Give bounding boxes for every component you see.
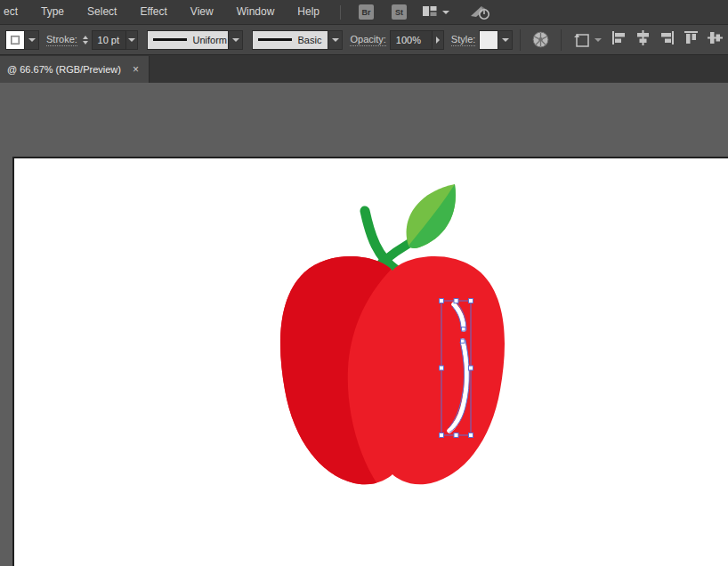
recolor-artwork-button[interactable] bbox=[528, 28, 554, 52]
document-tab-bar: @ 66.67% (RGB/Preview) × bbox=[0, 55, 728, 83]
brush-stroke-preview bbox=[258, 38, 292, 41]
vertical-align-center-icon bbox=[708, 30, 723, 45]
color-wheel-icon bbox=[532, 31, 549, 48]
artboard-icon bbox=[573, 31, 593, 49]
close-tab-icon[interactable]: × bbox=[130, 64, 142, 75]
graphic-style-control[interactable] bbox=[479, 30, 513, 50]
brush-definition-control[interactable]: Basic bbox=[252, 30, 343, 50]
control-bar: Stroke: 10 pt Uniform Basic Opacity: 100… bbox=[0, 25, 728, 55]
stock-button[interactable]: St bbox=[392, 4, 407, 20]
controlbar-separator bbox=[520, 29, 521, 51]
handle-mid-right[interactable] bbox=[469, 366, 473, 370]
menubar-separator bbox=[340, 5, 341, 20]
width-profile-dropdown-button[interactable] bbox=[229, 30, 243, 50]
stroke-profile-preview bbox=[153, 38, 187, 41]
menu-type[interactable]: Type bbox=[29, 0, 76, 24]
chevron-down-icon bbox=[442, 11, 449, 14]
stroke-weight-input[interactable]: 10 pt bbox=[92, 30, 127, 50]
stroke-color-dropdown-button[interactable] bbox=[25, 30, 39, 50]
menu-bar: ect Type Select Effect View Window Help … bbox=[0, 0, 728, 25]
chevron-down-icon bbox=[595, 38, 602, 42]
vertical-align-top-icon bbox=[684, 30, 699, 45]
controlbar-separator bbox=[561, 29, 562, 51]
horizontal-align-left-icon bbox=[611, 30, 627, 45]
document-view[interactable] bbox=[0, 83, 728, 566]
stroke-color-swatch[interactable] bbox=[5, 30, 25, 50]
menu-window[interactable]: Window bbox=[225, 0, 287, 24]
menu-effect[interactable]: Effect bbox=[128, 0, 178, 24]
handle-top-left[interactable] bbox=[440, 299, 444, 303]
rocket-icon bbox=[469, 4, 492, 20]
valign-center-button[interactable] bbox=[708, 30, 723, 49]
handle-mid-left[interactable] bbox=[440, 366, 444, 370]
handle-top-center[interactable] bbox=[454, 299, 458, 303]
chevron-down-icon bbox=[502, 38, 509, 42]
menu-object[interactable]: ect bbox=[2, 0, 29, 24]
opacity-expand-button[interactable] bbox=[433, 30, 444, 50]
stroke-color-control[interactable] bbox=[5, 30, 39, 50]
opacity-label[interactable]: Opacity: bbox=[350, 34, 385, 46]
workspace-switcher[interactable] bbox=[423, 4, 449, 20]
align-right-button[interactable] bbox=[659, 30, 675, 49]
brush-definition-value: Basic bbox=[297, 35, 321, 45]
valign-top-button[interactable] bbox=[684, 30, 699, 49]
graphic-style-swatch[interactable] bbox=[479, 30, 498, 50]
chevron-down-icon bbox=[332, 38, 339, 42]
workspace-layout-icon bbox=[423, 4, 437, 20]
stroke-weight-dropdown-button[interactable] bbox=[126, 30, 138, 50]
bridge-button[interactable]: Br bbox=[359, 4, 374, 20]
brush-definition-dropdown-button[interactable] bbox=[328, 30, 343, 50]
stroke-weight-stepper[interactable] bbox=[81, 30, 90, 50]
menu-help[interactable]: Help bbox=[286, 0, 331, 24]
document-tab[interactable]: @ 66.67% (RGB/Preview) × bbox=[0, 56, 150, 83]
graphic-style-dropdown-button[interactable] bbox=[498, 30, 513, 50]
handle-top-right[interactable] bbox=[469, 299, 473, 303]
horizontal-align-center-icon bbox=[635, 30, 651, 45]
anchor-point[interactable] bbox=[462, 327, 466, 332]
handle-bottom-center[interactable] bbox=[454, 433, 458, 438]
document-tab-title: @ 66.67% (RGB/Preview) bbox=[7, 64, 130, 75]
stepper-down-icon bbox=[83, 41, 88, 44]
handle-bottom-left[interactable] bbox=[440, 433, 444, 438]
align-buttons bbox=[611, 30, 723, 49]
width-profile-dropdown[interactable]: Uniform bbox=[147, 30, 229, 50]
stroke-weight-label[interactable]: Stroke: bbox=[46, 34, 77, 46]
chevron-down-icon bbox=[232, 38, 239, 42]
menu-view[interactable]: View bbox=[179, 0, 225, 24]
brush-definition-dropdown[interactable]: Basic bbox=[252, 30, 328, 50]
align-center-button[interactable] bbox=[635, 30, 651, 49]
gpu-performance-button[interactable] bbox=[469, 4, 492, 20]
opacity-input[interactable]: 100% bbox=[390, 30, 433, 50]
canvas-area[interactable] bbox=[0, 83, 728, 566]
chevron-right-icon bbox=[436, 36, 440, 44]
chevron-down-icon bbox=[28, 38, 36, 42]
isolate-artboard-button[interactable] bbox=[569, 28, 606, 52]
menu-select[interactable]: Select bbox=[76, 0, 128, 24]
handle-bottom-right[interactable] bbox=[469, 433, 473, 438]
horizontal-align-right-icon bbox=[659, 30, 675, 45]
width-profile-control[interactable]: Uniform bbox=[147, 30, 243, 50]
anchor-point[interactable] bbox=[461, 339, 465, 344]
chevron-down-icon bbox=[128, 38, 135, 42]
width-profile-value: Uniform bbox=[192, 35, 227, 45]
style-label[interactable]: Style: bbox=[451, 34, 476, 46]
stepper-up-icon bbox=[83, 36, 88, 39]
align-left-button[interactable] bbox=[611, 30, 627, 49]
